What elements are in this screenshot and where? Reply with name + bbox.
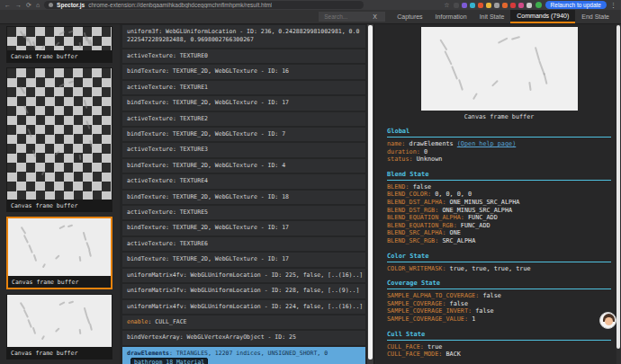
avatar-face [605, 317, 613, 325]
framebuffer-thumbnail[interactable]: Canvas frame buffer [6, 294, 112, 360]
command-row-bindVertexArray[interactable]: bindVertexArray: WebGLVertexArrayObject … [122, 331, 365, 344]
command-row-activeTexture[interactable]: activeTexture: TEXTURE3 [122, 143, 365, 156]
framebuffer-thumbnail[interactable]: Canvas frame buffer [6, 67, 112, 212]
framebuffer-thumbnail[interactable]: Canvas frame buffer [6, 217, 112, 289]
command-row-activeTexture[interactable]: activeTexture: TEXTURE6 [122, 237, 365, 251]
command-name: bindTexture [127, 67, 166, 75]
command-row-bindTexture[interactable]: bindTexture: TEXTURE_2D, WebGLTexture - … [122, 191, 365, 204]
sketch-mark [42, 263, 46, 268]
command-list-scrollbar-thumb[interactable] [368, 25, 373, 360]
sketch-mark [32, 254, 36, 262]
extension-icon[interactable] [510, 3, 516, 8]
state-value: FUNC_ADD [461, 222, 490, 229]
command-name: bindTexture [127, 162, 166, 169]
tab-information[interactable]: Information [429, 10, 473, 23]
state-key: BLEND_DST_ALPHA: [387, 199, 450, 206]
state-row: SAMPLE_COVERAGE_VALUE: 1 [387, 315, 611, 324]
reload-icon[interactable]: ⟳ [26, 2, 32, 8]
profile-icon[interactable] [536, 2, 542, 8]
state-value: Unknown [417, 155, 443, 163]
framebuffer-thumbnail[interactable]: Canvas frame buffer [6, 26, 112, 63]
address-bar[interactable]: Spector.js chrome-extension://denbgaamih… [44, 1, 364, 9]
command-row-drawElements[interactable]: drawElements: TRIANGLES, 12207 indices, … [122, 347, 365, 364]
command-name: uniformMatrix3fv [127, 287, 184, 294]
sketch-mark [59, 83, 66, 87]
search-input[interactable] [322, 13, 369, 21]
sketch-mark [55, 254, 59, 259]
command-row-activeTexture[interactable]: activeTexture: TEXTURE0 [122, 49, 365, 63]
command-name: activeTexture [127, 84, 173, 91]
extension-icon[interactable] [486, 3, 491, 8]
sketch-mark [68, 300, 74, 303]
home-icon[interactable]: ⌂ [36, 2, 40, 8]
sketch-mark [59, 31, 66, 35]
extension-icon[interactable] [454, 3, 459, 8]
section-title: Blend State [387, 171, 611, 181]
extension-icon[interactable] [462, 3, 467, 8]
tab-init-state[interactable]: Init State [473, 10, 511, 23]
command-row-uniformMatrix4fv[interactable]: uniformMatrix4fv: WebGLUniformLocation -… [122, 269, 365, 282]
extension-icon[interactable] [470, 3, 475, 8]
command-row-bindTexture[interactable]: bindTexture: TEXTURE_2D, WebGLTexture - … [122, 65, 365, 78]
framebuffer-thumbnail-image[interactable] [7, 27, 112, 50]
canvas-preview [421, 27, 578, 111]
command-row-uniform3f[interactable]: uniform3f: WebGLUniformLocation - ID: 23… [122, 25, 365, 48]
extension-icon[interactable] [494, 3, 500, 8]
search-box[interactable]: X [319, 12, 385, 22]
command-row-activeTexture[interactable]: activeTexture: TEXTURE1 [122, 81, 365, 94]
state-value: ONE_MINUS_SRC_ALPHA [450, 199, 520, 206]
state-row: BLEND_SRC_ALPHA: ONE [387, 229, 611, 237]
command-row-bindTexture[interactable]: bindTexture: TEXTURE_2D, WebGLTexture - … [122, 221, 365, 235]
state-row: BLEND_DST_RGB: ONE_MINUS_SRC_ALPHA [387, 207, 611, 215]
command-row-enable[interactable]: enable: CULL_FACE [122, 315, 365, 329]
state-row: SAMPLE_COVERAGE: false [387, 300, 611, 308]
panel-scrollbar[interactable] [616, 24, 621, 364]
extension-icon[interactable] [478, 3, 483, 8]
shader-tag[interactable]: bathroom_18_Material [130, 358, 208, 364]
back-icon[interactable]: ← [4, 2, 11, 8]
sketch-mark [28, 38, 32, 46]
tab-end-state[interactable]: End State [575, 10, 616, 23]
state-key: SAMPLE_COVERAGE_INVERT: [387, 307, 475, 315]
framebuffer-thumbnail-image[interactable] [7, 68, 112, 200]
command-list-scrollbar[interactable] [367, 24, 374, 364]
command-row-bindTexture[interactable]: bindTexture: TEXTURE_2D, WebGLTexture - … [122, 159, 365, 173]
tab-captures[interactable]: Captures [391, 10, 428, 23]
command-name: bindTexture [127, 255, 166, 262]
framebuffer-thumbnail-image[interactable] [7, 295, 112, 347]
command-row-activeTexture[interactable]: activeTexture: TEXTURE4 [122, 174, 365, 188]
panel-scrollbar-thumb[interactable] [616, 25, 620, 349]
command-row-bindTexture[interactable]: bindTexture: TEXTURE_2D, WebGLTexture - … [122, 253, 365, 266]
state-row: SAMPLE_ALPHA_TO_COVERAGE: false [387, 292, 611, 300]
browser-chrome: ← → ⟳ ⌂ Spector.js chrome-extension://de… [0, 0, 621, 10]
command-row-bindTexture[interactable]: bindTexture: TEXTURE_2D, WebGLTexture - … [122, 96, 365, 110]
state-row: duration: 0 [387, 148, 611, 156]
browser-menu-icon[interactable]: ⋮ [610, 2, 616, 9]
sketch-mark [89, 140, 92, 147]
open-help-link[interactable]: (Open help page) [457, 140, 516, 147]
tab-commands-7940-[interactable]: Commands (7940) [510, 10, 575, 23]
sketch-mark [535, 47, 540, 60]
command-name: bindTexture [127, 130, 166, 138]
extension-icon[interactable] [518, 3, 524, 8]
command-row-uniformMatrix3fv[interactable]: uniformMatrix3fv: WebGLUniformLocation -… [122, 284, 365, 297]
command-row-bindTexture[interactable]: bindTexture: TEXTURE_2D, WebGLTexture - … [122, 128, 365, 141]
sketch-mark [510, 36, 519, 40]
extension-icons [454, 3, 532, 8]
profile-avatar[interactable] [599, 312, 616, 329]
forward-icon[interactable]: → [15, 2, 22, 8]
relaunch-button[interactable]: Relaunch to update [545, 1, 607, 9]
framebuffer-thumbnail-image[interactable] [8, 218, 111, 276]
command-row-uniformMatrix4fv[interactable]: uniformMatrix4fv: WebGLUniformLocation -… [122, 300, 365, 314]
extension-icon[interactable] [502, 3, 508, 8]
bookmark-star-icon[interactable]: ☆ [444, 2, 449, 9]
search-clear-icon[interactable]: X [373, 13, 377, 20]
state-key: BLEND: [387, 183, 413, 191]
sketch-mark [58, 226, 65, 230]
command-row-activeTexture[interactable]: activeTexture: TEXTURE2 [122, 112, 365, 126]
extension-icon[interactable] [526, 3, 532, 8]
state-value: true, true, true, true [450, 265, 531, 272]
command-name: activeTexture [127, 209, 173, 216]
command-row-activeTexture[interactable]: activeTexture: TEXTURE5 [122, 206, 365, 219]
sketch-mark [78, 256, 80, 262]
